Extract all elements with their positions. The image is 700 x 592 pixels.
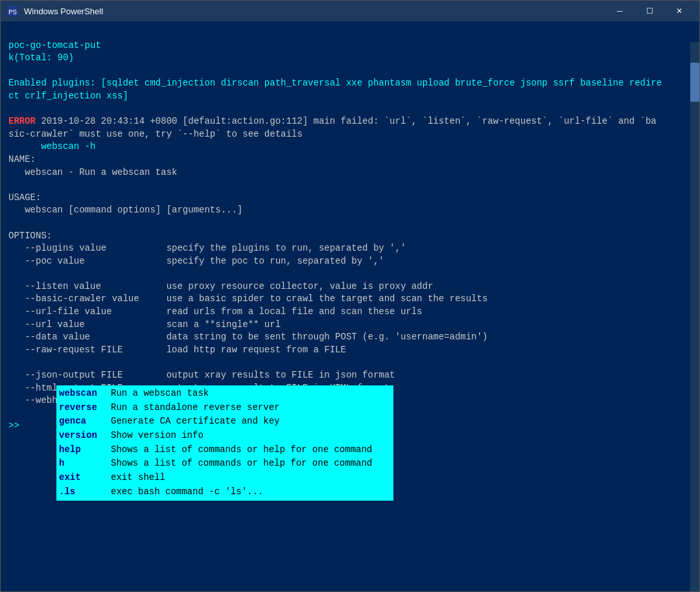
error-msg2: sic-crawler` must use one, try `--help` …	[8, 129, 303, 139]
option6: --url value scan a **single** url	[8, 319, 281, 330]
name-header: NAME:	[8, 154, 36, 165]
scrollbar-track	[690, 42, 699, 591]
output-line-2: k(Total: 90)	[8, 52, 74, 63]
desc-exit: exit shell	[111, 471, 165, 485]
name-desc: webscan - Run a webscan task	[8, 167, 177, 177]
cmd-version: version	[59, 429, 111, 443]
option4: --basic-crawler value use a basic spider…	[8, 293, 487, 304]
window-title: Windows PowerShell	[24, 6, 605, 16]
minimize-button[interactable]: ─	[605, 1, 635, 21]
restore-button[interactable]: ☐	[635, 1, 664, 21]
error-label: ERROR	[8, 116, 36, 126]
desc-reverse: Run a standalone reverse server	[111, 401, 279, 415]
terminal-area[interactable]: poc-go-tomcat-put k(Total: 90) Enabled p…	[1, 21, 699, 591]
scrollbar-thumb[interactable]	[690, 63, 699, 102]
autocomplete-dropdown[interactable]: webscan Run a webscan task reverse Run a…	[56, 385, 393, 501]
usage-header: USAGE:	[8, 192, 41, 203]
cmd-line: webscan -h	[8, 141, 95, 152]
autocomplete-item-help[interactable]: help Shows a list of commands or help fo…	[56, 443, 393, 457]
cmd-exit: exit	[59, 471, 111, 485]
svg-text:PS: PS	[8, 8, 18, 16]
usage-desc: webscan [command options] [arguments...]	[8, 205, 242, 215]
enabled-plugins-line: Enabled plugins: [sqldet cmd_injection d…	[8, 78, 662, 88]
autocomplete-item-exit[interactable]: exit exit shell	[56, 471, 393, 485]
option3: --listen value use proxy resource collec…	[8, 281, 433, 291]
autocomplete-item-ls[interactable]: .ls exec bash command -c 'ls'...	[56, 485, 393, 499]
output-line-1: poc-go-tomcat-put	[8, 40, 101, 51]
cmd-reverse: reverse	[59, 401, 111, 415]
option1: --plugins value specify the plugins to r…	[8, 243, 406, 253]
cmd-webscan: webscan	[59, 387, 111, 401]
close-button[interactable]: ✕	[664, 1, 694, 21]
desc-genca: Generate CA certificate and key	[111, 415, 279, 429]
option8: --raw-request FILE load http raw request…	[8, 345, 346, 355]
powershell-icon: PS	[6, 5, 19, 17]
powershell-window: PS Windows PowerShell ─ ☐ ✕ poc-go-tomca…	[0, 0, 700, 592]
option7: --data value data string to be sent thro…	[8, 332, 487, 342]
cmd-genca: genca	[59, 415, 111, 429]
desc-version: Show version info	[111, 429, 204, 443]
options-header: OPTIONS:	[8, 231, 52, 241]
cmd-h: h	[59, 457, 111, 471]
prompt-line: >>	[8, 420, 19, 431]
autocomplete-item-genca[interactable]: genca Generate CA certificate and key	[56, 415, 393, 429]
error-msg: 2019-10-28 20:43:14 +0800 [default:actio…	[36, 116, 657, 126]
desc-help: Shows a list of commands or help for one…	[111, 443, 372, 457]
option2: --poc value specify the poc to run, sepa…	[8, 256, 384, 266]
cmd-ls: .ls	[59, 485, 111, 499]
autocomplete-item-reverse[interactable]: reverse Run a standalone reverse server	[56, 401, 393, 415]
desc-webscan: Run a webscan task	[111, 387, 209, 401]
autocomplete-item-h[interactable]: h Shows a list of commands or help for o…	[56, 457, 393, 471]
enabled-plugins-line2: ct crlf_injection xss]	[8, 91, 128, 101]
window-controls: ─ ☐ ✕	[605, 1, 694, 21]
cmd-help: help	[59, 443, 111, 457]
option5: --url-file value read urls from a local …	[8, 306, 423, 317]
autocomplete-item-webscan[interactable]: webscan Run a webscan task	[56, 387, 393, 401]
autocomplete-item-version[interactable]: version Show version info	[56, 429, 393, 443]
desc-h: Shows a list of commands or help for one…	[111, 457, 372, 471]
titlebar: PS Windows PowerShell ─ ☐ ✕	[1, 1, 699, 21]
terminal-output: poc-go-tomcat-put k(Total: 90) Enabled p…	[8, 27, 692, 446]
desc-ls: exec bash command -c 'ls'...	[111, 485, 263, 499]
option9: --json-output FILE output xray results t…	[8, 370, 395, 380]
